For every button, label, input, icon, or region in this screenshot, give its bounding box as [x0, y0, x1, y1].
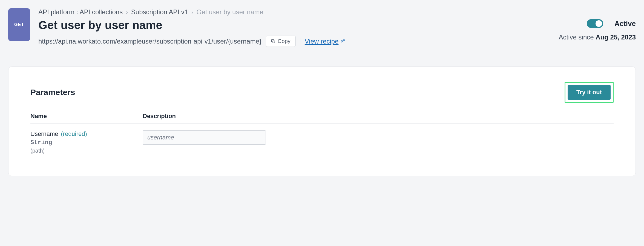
username-input[interactable]: [143, 130, 266, 145]
view-recipe-label: View recipe: [305, 38, 339, 45]
column-header-name: Name: [30, 113, 143, 120]
breadcrumb-current: Get user by user name: [197, 8, 263, 16]
breadcrumb-parent[interactable]: Subscription API v1: [131, 8, 188, 16]
active-since: Active since Aug 25, 2023: [559, 33, 636, 41]
status-row: Active: [587, 19, 636, 28]
param-in: (path): [30, 148, 143, 154]
svg-line-1: [343, 40, 344, 42]
chevron-right-icon: ›: [126, 9, 128, 15]
table-header-row: Name Description: [30, 113, 614, 124]
header-content: API platform : API collections › Subscri…: [38, 8, 551, 47]
parameters-panel: Parameters Try it out Name Description U…: [8, 66, 636, 176]
active-toggle[interactable]: [587, 19, 603, 28]
endpoint-url: https://api.na.workato.com/exampleuser/s…: [38, 38, 261, 45]
divider: [300, 38, 300, 45]
copy-icon: [271, 39, 275, 44]
param-type: String: [30, 139, 143, 146]
panel-header: Parameters Try it out: [30, 82, 614, 103]
copy-button[interactable]: Copy: [266, 36, 296, 47]
divider: [609, 19, 609, 28]
header-right: Active Active since Aug 25, 2023: [559, 8, 636, 41]
param-desc-cell: [143, 130, 614, 145]
param-name-line: Username (required): [30, 130, 143, 138]
active-since-date: Aug 25, 2023: [596, 33, 636, 41]
page-header: GET API platform : API collections › Sub…: [8, 8, 636, 55]
param-name: Username: [30, 130, 58, 138]
active-since-prefix: Active since: [559, 33, 596, 41]
page-title: Get user by user name: [38, 19, 551, 32]
chevron-right-icon: ›: [191, 9, 193, 15]
http-method-text: GET: [14, 22, 24, 27]
view-recipe-link[interactable]: View recipe: [305, 38, 345, 45]
param-required: (required): [61, 130, 87, 138]
toggle-knob: [596, 20, 602, 27]
panel-title: Parameters: [30, 88, 75, 97]
table-row: Username (required) String (path): [30, 130, 614, 154]
try-highlight: Try it out: [565, 82, 614, 103]
try-it-out-button[interactable]: Try it out: [568, 85, 611, 100]
param-name-cell: Username (required) String (path): [30, 130, 143, 154]
breadcrumb: API platform : API collections › Subscri…: [38, 8, 551, 16]
breadcrumb-root[interactable]: API platform : API collections: [38, 8, 123, 16]
external-link-icon: [341, 39, 345, 44]
parameters-table: Name Description Username (required) Str…: [30, 113, 614, 154]
http-method-badge: GET: [8, 8, 30, 41]
svg-rect-0: [273, 41, 275, 43]
status-text: Active: [614, 19, 636, 28]
column-header-description: Description: [143, 113, 614, 120]
url-row: https://api.na.workato.com/exampleuser/s…: [38, 36, 551, 47]
copy-label: Copy: [278, 38, 291, 44]
